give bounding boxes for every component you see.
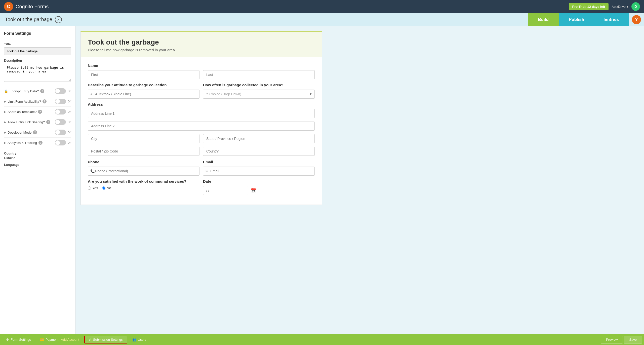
help-button[interactable]: ?: [632, 15, 641, 24]
form-title-area: Took out the garbage ✓: [0, 13, 528, 26]
form-title-check[interactable]: ✓: [55, 16, 62, 23]
phone-label: Phone: [88, 160, 199, 164]
state-input[interactable]: [203, 134, 315, 143]
payment-button[interactable]: 💳 Payment: Add Account: [36, 336, 83, 343]
country-label: Country: [4, 151, 71, 155]
describe-row: Describe your attitude to garbage collec…: [88, 83, 315, 99]
toggle-limit: ▶ Limit Form Availability? ? Off: [4, 96, 71, 107]
form-body: Name Describe your attitude to garbage c…: [81, 57, 322, 205]
toggle-encrypt-switch[interactable]: [55, 88, 66, 94]
email-col: Email ✉: [203, 160, 315, 176]
name-section-title: Name: [88, 63, 315, 68]
toggle-dev-mode: ▶ Developer Mode ? Off: [4, 127, 71, 138]
toggle-template: ▶ Share as Template? ? Off: [4, 107, 71, 117]
describe-col: Describe your attitude to garbage collec…: [88, 83, 199, 99]
address-line1-row: [88, 109, 315, 118]
yes-radio[interactable]: [88, 186, 91, 190]
how-often-col: How often is garbage collected in your a…: [203, 83, 315, 99]
email-icon: ✉: [206, 169, 209, 173]
form-settings-button[interactable]: ⚙ Form Settings: [2, 336, 35, 343]
address-section-title: Address: [88, 102, 315, 106]
language-label: Language: [4, 163, 71, 167]
country-input[interactable]: [203, 147, 315, 156]
date-input[interactable]: [203, 186, 248, 195]
user-avatar[interactable]: D: [631, 2, 640, 11]
form-preview-title: Took out the garbage: [88, 38, 315, 46]
help-icon-encrypt[interactable]: ?: [40, 89, 44, 93]
description-textarea[interactable]: Please tell me how garbage is removed in…: [4, 64, 71, 82]
date-col: Date 📅: [203, 179, 315, 195]
satisfied-col: Are you satisfied with the work of commu…: [88, 179, 199, 195]
help-icon-dev[interactable]: ?: [33, 130, 37, 134]
description-label: Description: [4, 59, 71, 62]
tab-build[interactable]: Build: [528, 13, 559, 26]
first-name-col: [88, 70, 199, 79]
submission-settings-button[interactable]: ⇄ Submission Settings: [84, 336, 127, 343]
save-button[interactable]: Save: [624, 336, 642, 343]
form-preview-desc: Please tell me how garbage is removed in…: [88, 48, 315, 52]
yes-radio-label[interactable]: Yes: [88, 186, 98, 190]
pro-trial-button[interactable]: Pro Trial: 12 days left: [569, 3, 609, 10]
sub-navbar: Took out the garbage ✓ Build Publish Ent…: [0, 13, 644, 26]
logo-icon[interactable]: C: [4, 2, 13, 11]
country-value: Ukraine: [4, 156, 71, 160]
date-label: Date: [203, 179, 315, 183]
toggle-analytics-switch[interactable]: [55, 140, 66, 145]
tab-publish[interactable]: Publish: [559, 13, 594, 26]
calendar-icon[interactable]: 📅: [250, 187, 257, 194]
first-name-input[interactable]: [88, 70, 199, 79]
bottom-toolbar: ⚙ Form Settings 💳 Payment: Add Account ⇄…: [0, 334, 644, 345]
how-often-label: How often is garbage collected in your a…: [203, 83, 315, 87]
last-name-col: [203, 70, 315, 79]
phone-icon: 📞: [90, 169, 95, 173]
address-line2-input[interactable]: [88, 122, 315, 131]
title-input[interactable]: [4, 47, 71, 55]
email-label: Email: [203, 160, 315, 164]
apixdrive-button[interactable]: ApixDrive ▾: [612, 5, 628, 9]
phone-email-row: Phone 📞 Email ✉: [88, 160, 315, 176]
country-col: [203, 147, 315, 156]
email-input[interactable]: [203, 167, 315, 176]
gear-icon: ⚙: [6, 338, 9, 341]
toggle-entry-link: ▶ Allow Entry Link Sharing? ? Off: [4, 117, 71, 127]
help-icon-template[interactable]: ?: [38, 110, 42, 114]
address-line2-col: [88, 122, 315, 131]
toggle-template-switch[interactable]: [55, 109, 66, 114]
nav-tabs: Build Publish Entries: [528, 13, 629, 26]
city-input[interactable]: [88, 134, 199, 143]
description-group: Description Please tell me how garbage i…: [4, 59, 71, 83]
users-button[interactable]: 👥 Users: [128, 336, 150, 343]
toggle-encrypt: 🔒 Encrypt Entry Data? ? Off: [4, 86, 71, 96]
phone-field-wrapper: 📞: [88, 167, 199, 176]
postal-country-row: [88, 147, 315, 156]
address-line1-input[interactable]: [88, 109, 315, 118]
form-title: Took out the garbage: [5, 17, 52, 22]
how-often-select-wrapper: ≡ Choice (Drop Down): [203, 90, 315, 99]
left-panel: Form Settings Title Description Please t…: [0, 26, 75, 334]
how-often-select[interactable]: ≡ Choice (Drop Down): [203, 90, 315, 99]
toggle-entry-link-switch[interactable]: [55, 119, 66, 125]
address-section: [88, 109, 315, 156]
no-radio[interactable]: [102, 186, 105, 190]
toggle-dev-switch[interactable]: [55, 130, 66, 135]
postal-col: [88, 147, 199, 156]
satisfied-date-row: Are you satisfied with the work of commu…: [88, 179, 315, 195]
tab-entries[interactable]: Entries: [594, 13, 629, 26]
phone-col: Phone 📞: [88, 160, 199, 176]
last-name-input[interactable]: [203, 70, 315, 79]
no-radio-label[interactable]: No: [102, 186, 111, 190]
help-icon-limit[interactable]: ?: [43, 99, 47, 103]
language-section: Language: [4, 163, 71, 167]
help-icon-entry-link[interactable]: ?: [46, 120, 50, 124]
toggle-analytics: ▶ Analytics & Tracking ? Off: [4, 138, 71, 148]
preview-button[interactable]: Preview: [601, 336, 623, 343]
users-icon: 👥: [132, 338, 136, 341]
title-group: Title: [4, 42, 71, 55]
logo-area: C Cognito Forms: [4, 2, 569, 11]
phone-input[interactable]: [88, 167, 199, 176]
help-icon-analytics[interactable]: ?: [38, 141, 43, 145]
describe-input[interactable]: [88, 90, 199, 99]
email-field-wrapper: ✉: [203, 167, 315, 176]
toggle-limit-switch[interactable]: [55, 99, 66, 104]
postal-input[interactable]: [88, 147, 199, 156]
